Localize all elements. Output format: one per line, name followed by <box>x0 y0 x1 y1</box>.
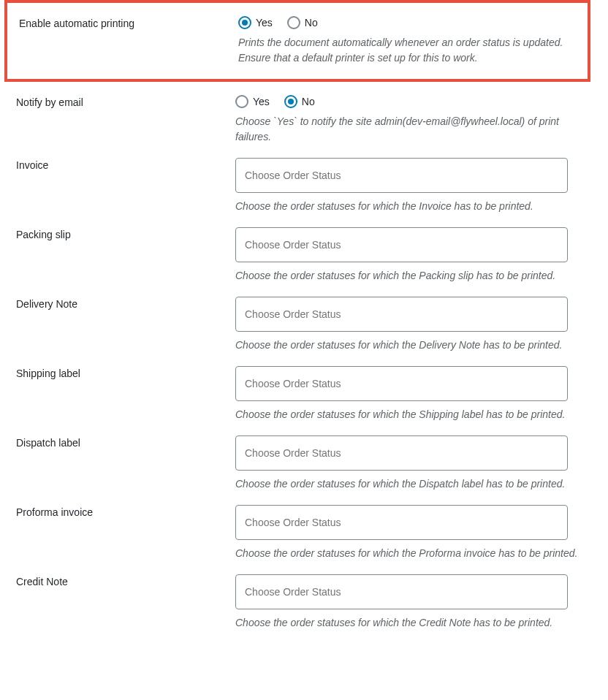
enable-automatic-printing-radio-group: Yes No <box>238 16 580 29</box>
proforma-invoice-select[interactable]: Choose Order Status <box>235 505 568 540</box>
radio-label-no: No <box>305 17 318 28</box>
select-placeholder: Choose Order Status <box>236 586 350 598</box>
dispatch-label-row: Dispatch label Choose Order Status Choos… <box>1 422 593 492</box>
notify-by-email-label: Notify by email <box>16 95 235 108</box>
radio-label-yes: Yes <box>256 17 273 28</box>
shipping-label-label: Shipping label <box>16 366 235 379</box>
enable-automatic-printing-help: Prints the document automatically whenev… <box>238 35 580 66</box>
radio-checked-icon <box>284 95 297 108</box>
packing-slip-help: Choose the order statuses for which the … <box>235 268 579 284</box>
proforma-invoice-label: Proforma invoice <box>16 505 235 518</box>
enable-automatic-printing-label: Enable automatic printing <box>19 16 238 29</box>
radio-checked-icon <box>238 16 251 29</box>
invoice-select[interactable]: Choose Order Status <box>235 158 568 193</box>
radio-unchecked-icon <box>287 16 300 29</box>
invoice-label: Invoice <box>16 158 235 171</box>
delivery-note-row: Delivery Note Choose Order Status Choose… <box>1 284 593 353</box>
select-placeholder: Choose Order Status <box>236 239 350 251</box>
packing-slip-row: Packing slip Choose Order Status Choose … <box>1 214 593 284</box>
packing-slip-select[interactable]: Choose Order Status <box>235 227 568 262</box>
select-placeholder: Choose Order Status <box>236 308 350 320</box>
delivery-note-help: Choose the order statuses for which the … <box>235 338 579 353</box>
credit-note-row: Credit Note Choose Order Status Choose t… <box>1 561 593 631</box>
notify-by-email-radio-group: Yes No <box>235 95 579 108</box>
notify-by-email-yes[interactable]: Yes <box>235 95 270 108</box>
delivery-note-label: Delivery Note <box>16 297 235 310</box>
enable-automatic-printing-row: Enable automatic printing Yes No Prints … <box>4 0 590 82</box>
credit-note-label: Credit Note <box>16 574 235 587</box>
proforma-invoice-help: Choose the order statuses for which the … <box>235 546 579 561</box>
select-placeholder: Choose Order Status <box>236 447 350 459</box>
dispatch-label-label: Dispatch label <box>16 435 235 449</box>
credit-note-help: Choose the order statuses for which the … <box>235 615 579 631</box>
shipping-label-help: Choose the order statuses for which the … <box>235 407 579 422</box>
invoice-help: Choose the order statuses for which the … <box>235 199 579 214</box>
notify-by-email-row: Notify by email Yes No Choose `Yes` to n… <box>1 82 593 145</box>
notify-by-email-no[interactable]: No <box>284 95 315 108</box>
shipping-label-select[interactable]: Choose Order Status <box>235 366 568 401</box>
dispatch-label-select[interactable]: Choose Order Status <box>235 435 568 471</box>
notify-by-email-help: Choose `Yes` to notify the site admin(de… <box>235 114 579 145</box>
radio-unchecked-icon <box>235 95 248 108</box>
select-placeholder: Choose Order Status <box>236 378 350 389</box>
credit-note-select[interactable]: Choose Order Status <box>235 574 568 609</box>
enable-automatic-printing-no[interactable]: No <box>287 16 318 29</box>
enable-automatic-printing-yes[interactable]: Yes <box>238 16 273 29</box>
dispatch-label-help: Choose the order statuses for which the … <box>235 476 579 492</box>
select-placeholder: Choose Order Status <box>236 517 350 528</box>
shipping-label-row: Shipping label Choose Order Status Choos… <box>1 353 593 422</box>
packing-slip-label: Packing slip <box>16 227 235 240</box>
delivery-note-select[interactable]: Choose Order Status <box>235 297 568 332</box>
radio-label-no: No <box>302 96 315 107</box>
invoice-row: Invoice Choose Order Status Choose the o… <box>1 145 593 214</box>
proforma-invoice-row: Proforma invoice Choose Order Status Cho… <box>1 492 593 561</box>
radio-label-yes: Yes <box>253 96 270 107</box>
select-placeholder: Choose Order Status <box>236 170 350 181</box>
